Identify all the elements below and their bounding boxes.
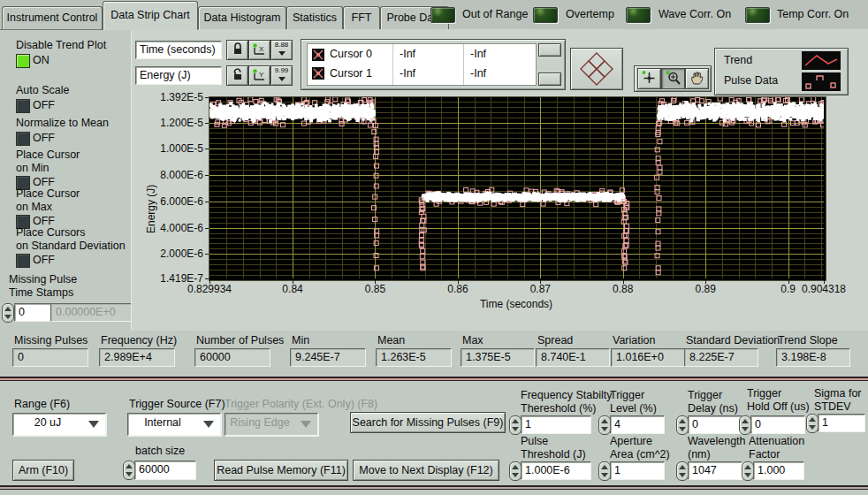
- trigger-level-stepper[interactable]: [598, 415, 611, 435]
- freq-stab-label2: Thereshold (%): [521, 402, 596, 415]
- chevron-down-icon: [278, 77, 286, 81]
- sigma-stepper[interactable]: [806, 414, 819, 433]
- wave-corr-label: Wave Corr. On: [659, 8, 731, 20]
- aperture-label1: Aperture: [610, 435, 652, 447]
- tab-label: Data Histogram: [204, 11, 281, 24]
- range-dropdown[interactable]: 20 uJ: [12, 413, 106, 436]
- cursor-scroll-up-button[interactable]: [538, 43, 561, 57]
- x-axis-title: Time (seconds): [441, 298, 591, 310]
- tab-data-strip-chart[interactable]: Data Strip Chart: [103, 1, 198, 30]
- strip-chart-canvas[interactable]: [209, 97, 824, 278]
- bottom-divider: [0, 485, 868, 490]
- place-cursors-stdev-toggle[interactable]: [16, 254, 30, 268]
- pulse-data-marker-icon: [802, 72, 841, 91]
- trigger-polarity-label: Trigger Polarity (Ext. Only) (F8): [225, 398, 377, 410]
- normalize-to-mean-label: Normalize to Mean: [16, 117, 109, 129]
- y-tick-label: 4.000E-6: [145, 222, 203, 234]
- arm-button[interactable]: Arm (F10): [12, 460, 74, 481]
- batch-size-stepper[interactable]: [123, 461, 135, 480]
- auto-scale-toggle[interactable]: [16, 99, 30, 113]
- tab-statistics[interactable]: Statistics: [286, 6, 343, 29]
- trigger-source-dropdown[interactable]: Internal: [127, 413, 221, 436]
- variation-label: Variation: [613, 334, 655, 346]
- y-tick-mark: [205, 148, 209, 149]
- auto-scale-state: OFF: [33, 99, 55, 111]
- y-autoscale-icon: Y: [252, 68, 267, 82]
- x-axis-name-field[interactable]: Time (seconds): [135, 41, 222, 59]
- y-tick-mark: [205, 228, 209, 229]
- x-tick-mark: [824, 280, 825, 284]
- move-next-display-button[interactable]: Move to Next Display (F12): [353, 460, 499, 481]
- missing-pulses-value: 0: [12, 348, 88, 367]
- missing-pulse-index-field[interactable]: 0: [14, 303, 51, 322]
- tab-label: Data Strip Chart: [110, 9, 190, 21]
- wavelength-field[interactable]: 1047: [688, 461, 742, 480]
- x-tick-mark: [788, 280, 789, 284]
- pan-tool-button[interactable]: [685, 68, 709, 89]
- y-autoscale-button[interactable]: Y: [248, 65, 270, 86]
- tab-instrument-control[interactable]: Instrument Control: [2, 6, 103, 29]
- trend-line-icon: [802, 51, 841, 70]
- batch-size-field[interactable]: 60000: [134, 461, 196, 480]
- read-pulse-memory-button[interactable]: Read Pulse Memory (F11): [214, 460, 348, 481]
- cursor-scroll-down-button[interactable]: [538, 72, 561, 86]
- spread-value: 8.740E-1: [536, 348, 610, 367]
- tab-data-histogram[interactable]: Data Histogram: [198, 6, 286, 29]
- pulse-threshold-field[interactable]: 1.000E-6: [521, 461, 591, 480]
- cursor-mover-button[interactable]: [570, 48, 623, 90]
- wavelength-stepper[interactable]: [676, 461, 689, 481]
- y-tick-label: 8.000E-6: [145, 169, 203, 181]
- y-scale-lock-button[interactable]: [226, 65, 248, 86]
- freq-stab-stepper[interactable]: [509, 415, 522, 435]
- y-tick-label: 2.000E-6: [145, 248, 203, 260]
- place-cursor-max-state: OFF: [33, 215, 55, 227]
- y-tick-label: 1.000E-5: [145, 142, 203, 155]
- trigger-delay-stepper[interactable]: [676, 415, 689, 435]
- trigger-holdoff-stepper[interactable]: [739, 415, 751, 435]
- tab-fft[interactable]: FFT: [343, 6, 380, 29]
- trigger-holdoff-label1: Trigger: [747, 387, 781, 400]
- tab-label: Instrument Control: [7, 11, 98, 24]
- x-format-button[interactable]: 8.88: [270, 40, 293, 60]
- plot-area[interactable]: [209, 96, 826, 281]
- cursor-tool-button[interactable]: [637, 68, 661, 89]
- pulse-threshold-stepper[interactable]: [509, 461, 522, 481]
- x-autoscale-button[interactable]: X: [248, 40, 270, 60]
- y-tick-mark: [205, 254, 209, 255]
- attenuation-field[interactable]: 1.000: [753, 461, 804, 480]
- x-scale-lock-button[interactable]: [226, 40, 248, 60]
- number-of-pulses-value: 60000: [194, 348, 270, 367]
- x-autoscale-icon: X: [252, 42, 267, 57]
- svg-text:Y: Y: [259, 71, 264, 79]
- range-label: Range (F6): [14, 398, 70, 410]
- plot-legend: Trend Pulse Data: [714, 48, 849, 95]
- trigger-holdoff-field[interactable]: 0: [750, 415, 805, 434]
- aperture-field[interactable]: 1: [610, 461, 665, 480]
- lock-open-icon: [232, 68, 244, 81]
- sigma-field[interactable]: 1: [818, 414, 865, 432]
- sigma-label1: Sigma for: [814, 387, 862, 400]
- search-missing-pulses-button[interactable]: Search for Missing Pulses (F9): [350, 412, 506, 433]
- graph-tool-palette: [634, 65, 712, 92]
- x-tick-label: 0.85: [365, 283, 385, 295]
- trigger-source-value: Internal: [128, 416, 197, 429]
- zoom-tool-button[interactable]: [661, 68, 685, 89]
- x-tick-label: 0.88: [613, 283, 633, 295]
- min-label: Min: [292, 334, 309, 346]
- y-format-button[interactable]: 9.99: [270, 65, 293, 86]
- y-axis-name-field[interactable]: Energy (J): [135, 66, 222, 85]
- trigger-delay-field[interactable]: 0: [688, 415, 742, 434]
- freq-stab-field[interactable]: 1: [521, 415, 591, 434]
- attenuation-stepper[interactable]: [742, 461, 754, 481]
- trend-slope-label: Trend Slope: [778, 334, 838, 346]
- missing-pulse-index-stepper[interactable]: [2, 303, 14, 323]
- trigger-level-field[interactable]: 4: [610, 415, 665, 434]
- place-cursors-stdev-label1: Place Cursors: [16, 226, 86, 239]
- disable-trend-plot-label: Disable Trend Plot: [16, 39, 106, 51]
- cursor-name: Cursor 0: [330, 48, 372, 60]
- chevron-down-icon: [88, 421, 99, 428]
- normalize-to-mean-toggle[interactable]: [16, 132, 30, 146]
- y-tick-label: 1.392E-5: [145, 91, 203, 103]
- disable-trend-plot-toggle[interactable]: [16, 54, 30, 68]
- aperture-stepper[interactable]: [598, 461, 611, 481]
